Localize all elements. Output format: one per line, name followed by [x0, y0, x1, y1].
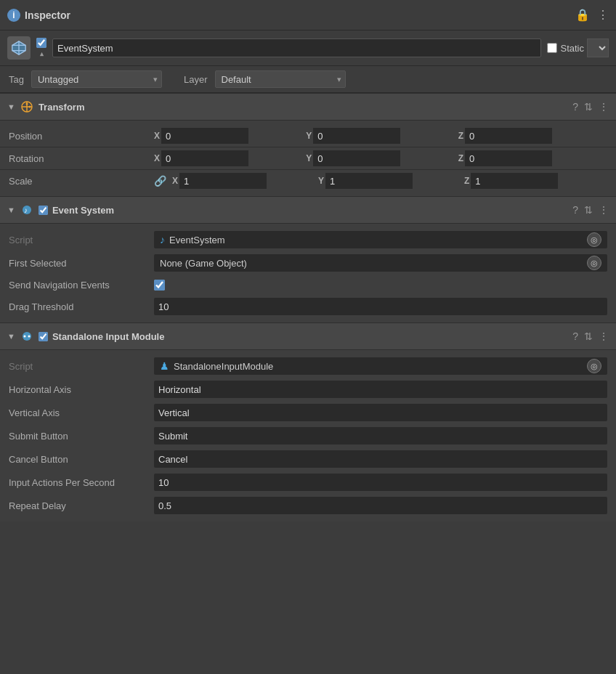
vertical-axis-row: Vertical Axis: [0, 401, 616, 424]
submit-button-label: Submit Button: [9, 431, 154, 442]
scale-y-input[interactable]: [325, 173, 413, 189]
rotation-y-input[interactable]: [313, 150, 400, 166]
position-z-input[interactable]: [465, 128, 552, 144]
rotation-x-input[interactable]: [161, 150, 248, 166]
first-selected-label: First Selected: [9, 258, 154, 269]
rotation-z-input[interactable]: [465, 150, 552, 166]
object-active-checkbox[interactable]: [36, 38, 46, 48]
transform-section-header[interactable]: ▼ Transform ? ⇅ ⋮: [0, 93, 616, 121]
layer-label: Layer: [184, 74, 208, 85]
more-options-icon[interactable]: ⋮: [597, 8, 609, 22]
transform-chevron: ▼: [7, 102, 15, 111]
standalone-section-header[interactable]: ▼ Standalone Input Module ? ⇅ ⋮: [0, 322, 616, 350]
standalone-script-label: Script: [9, 361, 154, 372]
transform-settings-icon[interactable]: ⇅: [584, 101, 593, 113]
standalone-script-picker[interactable]: ◎: [587, 359, 601, 373]
position-y-input[interactable]: [313, 128, 400, 144]
eventsys-script-picker[interactable]: ◎: [587, 232, 601, 247]
standalone-icon: [20, 329, 34, 344]
x-label: X: [154, 131, 160, 141]
standalone-more-icon[interactable]: ⋮: [599, 330, 609, 342]
drag-threshold-label: Drag Threshold: [9, 301, 154, 312]
eventsys-properties: Script ♪ EventSystem ◎ First Selected No…: [0, 224, 616, 322]
horizontal-axis-input[interactable]: [154, 381, 607, 398]
cancel-button-label: Cancel Button: [9, 454, 154, 465]
scale-z-group: Z: [464, 173, 607, 189]
repeat-delay-input[interactable]: [154, 497, 607, 514]
sz-label: Z: [464, 176, 469, 186]
scale-z-input[interactable]: [471, 173, 558, 189]
send-nav-checkbox[interactable]: [154, 280, 165, 291]
layer-select[interactable]: Default: [215, 70, 346, 88]
send-nav-row: Send Navigation Events: [0, 275, 616, 295]
svg-point-12: [23, 336, 25, 338]
eventsys-chevron: ▼: [7, 206, 15, 214]
input-actions-row: Input Actions Per Second: [0, 471, 616, 494]
standalone-chevron: ▼: [7, 332, 15, 341]
object-row: ▼ EventSystem Static: [0, 31, 616, 66]
first-selected-picker[interactable]: ◎: [587, 256, 601, 270]
standalone-enabled-checkbox[interactable]: [38, 332, 48, 341]
object-cube-icon: [7, 36, 31, 60]
drag-threshold-row: Drag Threshold: [0, 295, 616, 318]
rotation-label: Rotation: [9, 153, 154, 164]
position-label: Position: [9, 131, 154, 142]
inspector-title: Inspector: [25, 9, 575, 21]
drag-threshold-input[interactable]: [154, 298, 607, 315]
position-fields: X Y Z: [154, 128, 607, 144]
standalone-script-value: ♟ StandaloneInputModule ◎: [154, 357, 607, 375]
eventsys-script-icon: ♪: [160, 234, 165, 245]
object-name-input[interactable]: EventSystem: [52, 38, 541, 57]
eventsys-settings-icon[interactable]: ⇅: [584, 204, 593, 216]
static-wrap: Static: [547, 38, 609, 57]
eventsys-enabled-checkbox[interactable]: [38, 206, 48, 215]
eventsys-title: Event System: [52, 205, 572, 216]
standalone-script-icon: ♟: [160, 360, 169, 372]
header-icons: 🔒 ⋮: [575, 8, 609, 22]
tag-layer-row: Tag Untagged Layer Default: [0, 66, 616, 93]
repeat-delay-label: Repeat Delay: [9, 500, 154, 511]
standalone-script-row: Script ♟ StandaloneInputModule ◎: [0, 354, 616, 378]
eventsys-icon: ♪: [20, 203, 34, 217]
horizontal-axis-label: Horizontal Axis: [9, 384, 154, 395]
vertical-axis-label: Vertical Axis: [9, 407, 154, 418]
transform-title: Transform: [38, 102, 572, 113]
cancel-button-input[interactable]: [154, 450, 607, 468]
eventsys-more-icon[interactable]: ⋮: [599, 204, 609, 216]
repeat-delay-row: Repeat Delay: [0, 494, 616, 517]
eventsys-script-name: EventSystem: [169, 235, 225, 245]
static-checkbox[interactable]: [547, 43, 557, 53]
position-z-group: Z: [458, 128, 607, 144]
inspector-header: i Inspector 🔒 ⋮: [0, 0, 616, 31]
rotation-fields: X Y Z: [154, 150, 607, 166]
transform-properties: Position X Y Z Rotation X Y: [0, 121, 616, 196]
submit-button-row: Submit Button: [0, 424, 616, 447]
transform-help-icon[interactable]: ?: [572, 101, 578, 113]
layer-dropdown-wrap: Default: [215, 70, 346, 88]
vertical-axis-input[interactable]: [154, 404, 607, 421]
position-x-input[interactable]: [161, 128, 248, 144]
eventsys-help-icon[interactable]: ?: [572, 204, 578, 216]
lock-icon[interactable]: 🔒: [575, 8, 590, 22]
rotation-y-group: Y: [306, 150, 455, 166]
first-selected-value: None (Game Object) ◎: [154, 254, 607, 272]
svg-text:♪: ♪: [24, 206, 28, 214]
eventsys-header-icons: ? ⇅ ⋮: [572, 204, 609, 216]
event-system-section-header[interactable]: ▼ ♪ Event System ? ⇅ ⋮: [0, 196, 616, 224]
scale-link-icon[interactable]: 🔗: [154, 175, 166, 187]
scale-label: Scale: [9, 176, 154, 187]
standalone-help-icon[interactable]: ?: [572, 330, 578, 342]
transform-more-icon[interactable]: ⋮: [599, 101, 609, 113]
transform-header-icons: ? ⇅ ⋮: [572, 101, 609, 113]
input-actions-input[interactable]: [154, 474, 607, 491]
standalone-settings-icon[interactable]: ⇅: [584, 330, 593, 342]
submit-button-input[interactable]: [154, 427, 607, 444]
scale-x-input[interactable]: [179, 173, 267, 189]
input-actions-label: Input Actions Per Second: [9, 477, 154, 488]
standalone-title: Standalone Input Module: [52, 331, 572, 342]
svg-point-7: [25, 103, 28, 105]
svg-point-13: [28, 336, 30, 338]
static-dropdown[interactable]: [587, 38, 609, 57]
tag-select[interactable]: Untagged: [31, 70, 162, 88]
ry-label: Y: [306, 153, 312, 163]
